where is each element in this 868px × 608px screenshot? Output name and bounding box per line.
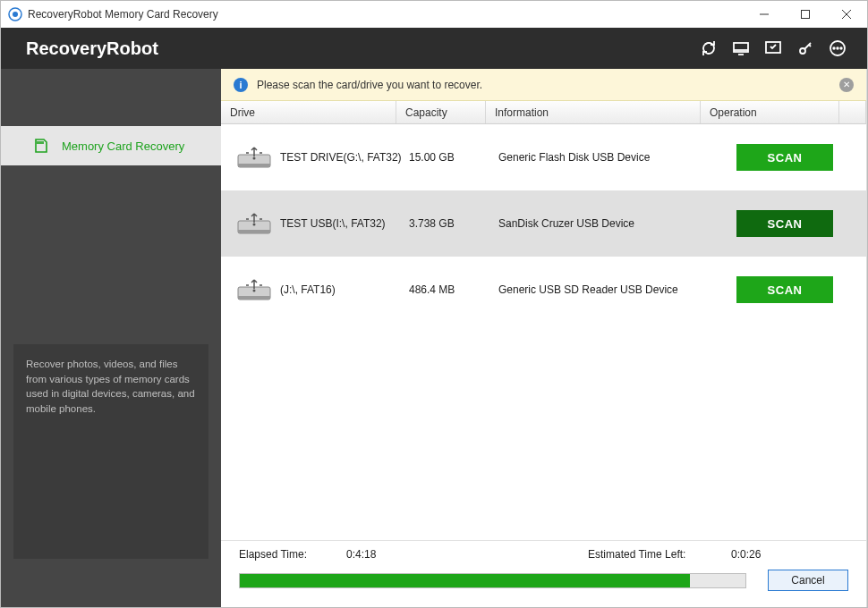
drive-list: TEST DRIVE(G:\, FAT32) 15.00 GB Generic … — [221, 124, 866, 540]
elapsed-time-value: 0:4:18 — [346, 548, 454, 561]
col-header-drive[interactable]: Drive — [221, 101, 396, 123]
main-content: i Please scan the card/drive you want to… — [221, 69, 867, 607]
col-header-information[interactable]: Information — [486, 101, 701, 123]
drive-capacity: 3.738 GB — [409, 217, 498, 230]
close-notice-button[interactable]: ✕ — [839, 78, 854, 92]
drive-name: (J:\, FAT16) — [280, 283, 336, 296]
notice-text: Please scan the card/drive you want to r… — [257, 79, 482, 91]
drive-capacity: 486.4 MB — [409, 283, 498, 296]
cancel-button[interactable]: Cancel — [768, 570, 848, 591]
drive-name: TEST DRIVE(G:\, FAT32) — [280, 151, 402, 164]
svg-point-14 — [833, 47, 835, 49]
svg-point-15 — [837, 47, 838, 49]
sidebar-item-memory-card-recovery[interactable]: Memory Card Recovery — [1, 126, 221, 165]
drive-info: Generic USB SD Reader USB Device — [498, 283, 713, 296]
drive-info: SanDisk Cruzer USB Device — [498, 217, 713, 230]
svg-point-26 — [253, 224, 256, 226]
usb-drive-icon — [234, 207, 275, 240]
progress-fill — [240, 574, 690, 587]
scan-button[interactable]: SCAN — [736, 210, 833, 237]
window-titlebar: RecoveryRobot Memory Card Recovery — [1, 1, 867, 28]
drive-capacity: 15.00 GB — [409, 151, 498, 164]
scan-button[interactable]: SCAN — [736, 144, 833, 171]
notice-bar: i Please scan the card/drive you want to… — [221, 69, 866, 101]
svg-line-12 — [809, 45, 811, 46]
svg-point-16 — [840, 47, 842, 49]
window-close-button[interactable] — [826, 1, 867, 28]
feedback-icon[interactable] — [760, 35, 787, 62]
scan-footer: Elapsed Time: 0:4:18 Estimated Time Left… — [221, 540, 866, 607]
app-header: RecoveryRobot — [1, 28, 867, 69]
drive-row[interactable]: TEST USB(I:\, FAT32) 3.738 GB SanDisk Cr… — [221, 190, 866, 257]
col-header-tail — [839, 101, 866, 123]
remaining-time-value: 0:0:26 — [731, 548, 838, 561]
sidebar-description: Recover photos, videos, and files from v… — [13, 344, 208, 559]
drive-row[interactable]: (J:\, FAT16) 486.4 MB Generic USB SD Rea… — [221, 257, 866, 323]
window-title: RecoveryRobot Memory Card Recovery — [28, 8, 218, 21]
svg-rect-22 — [238, 164, 270, 167]
key-icon[interactable] — [792, 35, 819, 62]
info-icon: i — [234, 78, 248, 92]
svg-rect-28 — [238, 296, 270, 300]
remaining-time-label: Estimated Time Left: — [588, 548, 731, 561]
svg-rect-25 — [238, 230, 270, 233]
window-minimize-button[interactable] — [744, 1, 785, 28]
usb-drive-icon — [234, 141, 275, 173]
memory-card-icon — [33, 138, 49, 154]
elapsed-time-label: Elapsed Time: — [239, 548, 346, 561]
drive-row[interactable]: TEST DRIVE(G:\, FAT32) 15.00 GB Generic … — [221, 124, 866, 190]
sidebar: Memory Card Recovery Recover photos, vid… — [1, 69, 221, 607]
more-icon[interactable] — [824, 35, 851, 62]
usb-drive-icon — [234, 274, 275, 306]
sidebar-item-label: Memory Card Recovery — [62, 139, 184, 153]
scan-button[interactable]: SCAN — [736, 276, 833, 303]
progress-bar — [239, 573, 746, 588]
col-header-capacity[interactable]: Capacity — [396, 101, 486, 123]
drive-name: TEST USB(I:\, FAT32) — [280, 217, 386, 230]
app-icon — [8, 7, 22, 21]
refresh-button[interactable] — [695, 35, 722, 62]
table-header: Drive Capacity Information Operation — [221, 101, 866, 124]
svg-point-23 — [253, 157, 256, 160]
svg-point-29 — [253, 290, 256, 292]
svg-point-1 — [13, 12, 18, 17]
drive-info: Generic Flash Disk USB Device — [498, 151, 713, 164]
app-brand: RecoveryRobot — [26, 38, 158, 59]
col-header-operation[interactable]: Operation — [701, 101, 839, 123]
monitor-icon[interactable] — [728, 35, 754, 62]
window-maximize-button[interactable] — [785, 1, 826, 28]
svg-rect-3 — [802, 11, 810, 19]
